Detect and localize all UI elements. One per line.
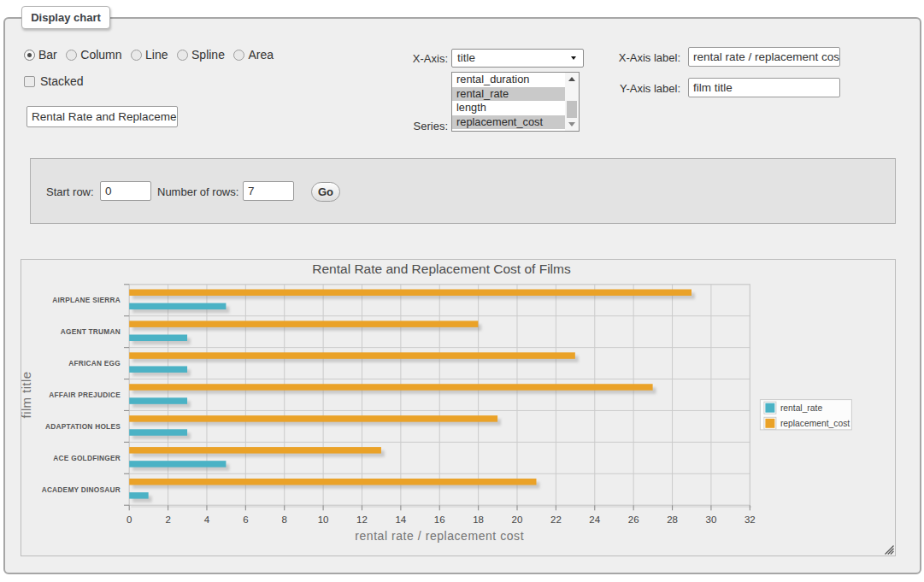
svg-text:AGENT TRUMAN: AGENT TRUMAN [61,327,121,336]
svg-text:ADAPTATION HOLES: ADAPTATION HOLES [45,422,121,431]
svg-text:30: 30 [706,514,717,525]
svg-text:rental rate / replacement cost: rental rate / replacement cost [355,529,524,543]
svg-text:8: 8 [282,514,287,525]
svg-text:rental_rate: rental_rate [780,403,823,413]
svg-text:26: 26 [628,514,639,525]
svg-text:ACE GOLDFINGER: ACE GOLDFINGER [53,454,121,462]
svg-text:22: 22 [550,514,562,525]
svg-text:Rental Rate and Replacement Co: Rental Rate and Replacement Cost of Film… [312,262,571,276]
svg-text:film title: film title [21,372,33,419]
svg-text:0: 0 [127,514,132,525]
svg-text:28: 28 [667,514,678,525]
svg-text:replacement_cost: replacement_cost [780,419,850,428]
svg-text:4: 4 [204,514,210,525]
svg-text:AFRICAN EGG: AFRICAN EGG [68,359,121,367]
svg-text:2: 2 [165,514,170,525]
svg-text:14: 14 [395,514,406,525]
svg-text:AIRPLANE SIERRA: AIRPLANE SIERRA [52,296,121,304]
svg-text:AFFAIR PREJUDICE: AFFAIR PREJUDICE [49,391,121,399]
svg-text:12: 12 [356,514,368,525]
svg-text:10: 10 [318,514,329,525]
svg-text:18: 18 [473,514,484,525]
svg-text:ACADEMY DINOSAUR: ACADEMY DINOSAUR [42,485,121,494]
svg-text:20: 20 [512,514,523,525]
svg-text:32: 32 [744,514,756,525]
svg-text:16: 16 [434,514,445,525]
svg-text:24: 24 [589,514,600,525]
svg-text:6: 6 [243,514,248,525]
